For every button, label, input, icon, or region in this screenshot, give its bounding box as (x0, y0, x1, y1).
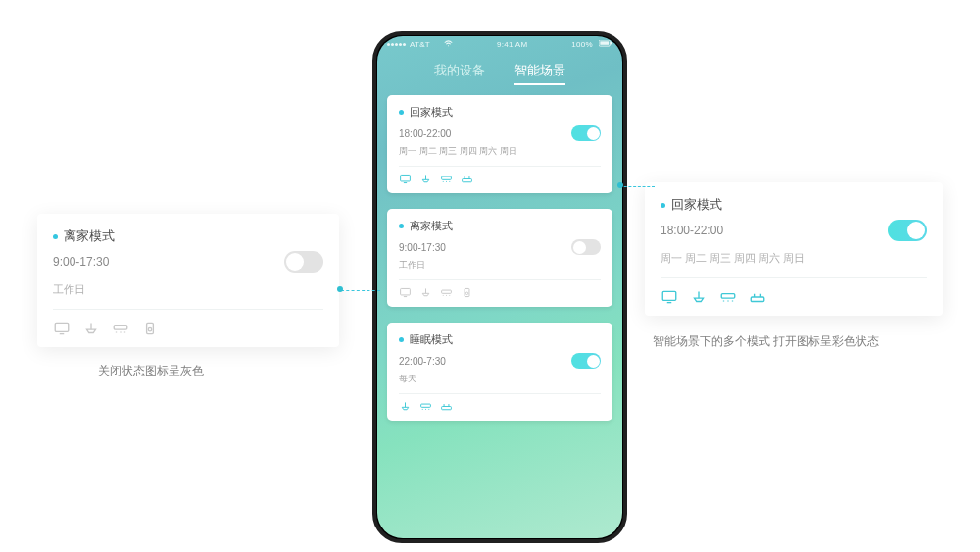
tab-devices[interactable]: 我的设备 (434, 62, 485, 85)
device-icon-row (399, 166, 601, 185)
speaker-icon (141, 320, 159, 337)
scene-days: 每天 (399, 373, 601, 385)
svg-rect-5 (442, 176, 452, 179)
lamp-icon (690, 288, 708, 306)
connector-dot-left (337, 286, 343, 292)
scene-days: 工作日 (53, 282, 323, 297)
monitor-icon (399, 286, 412, 299)
lamp-icon (82, 320, 100, 337)
monitor-icon (53, 320, 71, 337)
svg-point-10 (466, 292, 467, 294)
svg-rect-17 (662, 291, 676, 300)
connector-left (341, 290, 380, 291)
svg-rect-19 (751, 297, 764, 302)
scene-time: 18:00-22:00 (399, 128, 451, 139)
scene-title: 离家模式 (53, 227, 323, 245)
status-bar: AT&T 9:41 AM 100% (377, 36, 622, 56)
svg-rect-6 (463, 179, 472, 182)
ac-icon (440, 286, 453, 299)
device-icon-row (399, 393, 601, 413)
battery-label: 100% (571, 40, 593, 49)
svg-rect-2 (600, 41, 609, 45)
scene-toggle[interactable] (888, 220, 927, 241)
scene-time: 22:00-7:30 (399, 356, 446, 367)
svg-rect-11 (421, 404, 431, 407)
scene-toggle[interactable] (571, 239, 601, 255)
scene-title: 离家模式 (399, 219, 601, 233)
battery-icon (599, 40, 612, 49)
scene-days: 周一 周二 周三 周四 周六 周日 (399, 145, 601, 158)
speaker-icon (461, 286, 473, 299)
device-icon-row (661, 277, 927, 306)
signal-dots-icon (387, 43, 406, 46)
detail-card-home: 回家模式 18:00-22:00 周一 周二 周三 周四 周六 周日 (645, 182, 943, 316)
clock-label: 9:41 AM (497, 40, 527, 49)
scene-time: 9:00-17:30 (399, 242, 446, 253)
connector-dot-right (617, 182, 623, 188)
router-icon (749, 288, 766, 306)
scene-title: 回家模式 (661, 196, 927, 214)
lamp-icon (399, 400, 412, 413)
connector-right (619, 186, 655, 187)
svg-point-0 (448, 45, 449, 46)
scene-days: 工作日 (399, 259, 601, 272)
ac-icon (440, 173, 453, 185)
ac-icon (112, 320, 129, 337)
caption-right: 智能场景下的多个模式 打开图标呈彩色状态 (653, 333, 879, 350)
svg-point-16 (148, 327, 151, 330)
svg-rect-7 (401, 288, 411, 295)
detail-card-away: 离家模式 9:00-17:30 工作日 (37, 214, 339, 347)
device-icon-row (53, 309, 323, 337)
ac-icon (719, 288, 737, 306)
monitor-icon (399, 173, 412, 185)
scene-days: 周一 周二 周三 周四 周六 周日 (661, 251, 927, 266)
scene-toggle[interactable] (284, 251, 323, 273)
caption-left: 关闭状态图标呈灰色 (98, 363, 204, 379)
scene-title: 回家模式 (399, 105, 601, 120)
scene-title: 睡眠模式 (399, 332, 601, 347)
tab-scenes[interactable]: 智能场景 (514, 62, 565, 85)
router-icon (461, 173, 473, 185)
phone-frame: AT&T 9:41 AM 100% 我的设备 智能场景 回家模式 (372, 31, 627, 543)
svg-rect-12 (442, 407, 452, 410)
scene-card-sleep[interactable]: 睡眠模式 22:00-7:30 每天 (387, 323, 612, 421)
svg-rect-14 (114, 326, 127, 330)
svg-rect-8 (442, 290, 452, 293)
scene-time: 9:00-17:30 (53, 255, 109, 269)
phone-screen: AT&T 9:41 AM 100% 我的设备 智能场景 回家模式 (377, 36, 622, 538)
scene-card-away[interactable]: 离家模式 9:00-17:30 工作日 (387, 209, 612, 307)
carrier-label: AT&T (410, 40, 430, 49)
scene-card-home[interactable]: 回家模式 18:00-22:00 周一 周二 周三 周四 周六 周日 (387, 95, 612, 193)
router-icon (440, 400, 453, 413)
svg-rect-3 (611, 42, 612, 45)
device-icon-row (399, 279, 601, 299)
wifi-icon (444, 39, 453, 50)
ac-icon (419, 400, 432, 413)
lamp-icon (419, 286, 432, 299)
scene-toggle[interactable] (571, 353, 601, 369)
scene-toggle[interactable] (571, 125, 601, 141)
svg-rect-4 (401, 175, 411, 181)
scene-time: 18:00-22:00 (661, 224, 723, 237)
svg-rect-18 (721, 294, 735, 299)
lamp-icon (419, 173, 432, 185)
top-tabs: 我的设备 智能场景 (377, 56, 622, 95)
svg-rect-13 (55, 323, 69, 331)
monitor-icon (661, 288, 678, 306)
